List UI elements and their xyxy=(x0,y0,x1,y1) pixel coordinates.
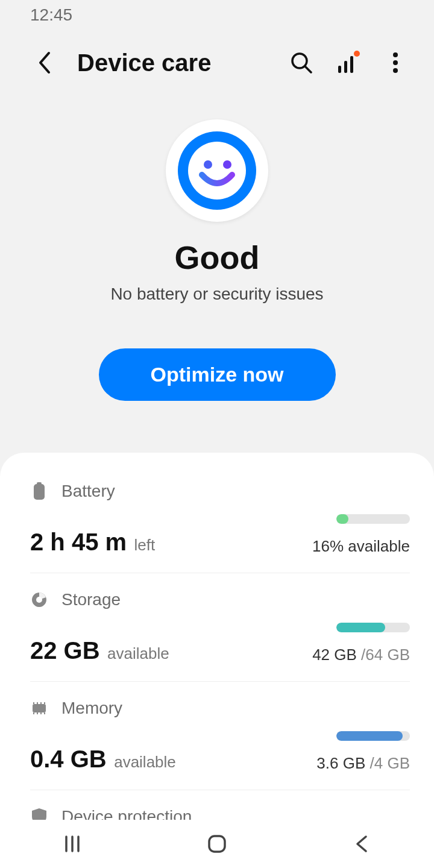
memory-label: Memory xyxy=(61,699,122,718)
svg-point-10 xyxy=(188,142,246,200)
home-icon xyxy=(206,833,228,855)
status-subtitle: No battery or security issues xyxy=(110,285,323,304)
storage-value: 22 GB available xyxy=(30,637,169,664)
status-title: Good xyxy=(175,239,260,276)
svg-point-6 xyxy=(393,52,398,57)
svg-line-1 xyxy=(305,66,311,72)
storage-label: Storage xyxy=(61,590,121,609)
details-panel: Battery 2 h 45 m left 16% available xyxy=(0,453,434,843)
svg-point-8 xyxy=(393,68,398,73)
more-icon xyxy=(393,52,398,73)
battery-meter xyxy=(336,514,410,524)
system-navbar xyxy=(0,820,434,868)
app-header: Device care xyxy=(0,30,434,83)
storage-icon xyxy=(30,591,48,609)
svg-rect-3 xyxy=(344,61,347,73)
svg-rect-2 xyxy=(338,66,341,73)
home-button[interactable] xyxy=(199,831,235,857)
recents-button[interactable] xyxy=(54,831,90,857)
svg-point-15 xyxy=(36,597,42,603)
svg-rect-4 xyxy=(350,56,353,73)
battery-icon xyxy=(30,482,48,500)
memory-meter xyxy=(336,731,410,741)
battery-meter-text: 16% available xyxy=(312,537,410,556)
back-button[interactable] xyxy=(30,48,59,77)
storage-meter-text: 42 GB /64 GB xyxy=(312,646,410,664)
memory-meter-fill xyxy=(336,731,403,741)
overflow-menu-button[interactable] xyxy=(381,48,410,77)
signal-button[interactable] xyxy=(334,48,363,77)
svg-point-12 xyxy=(223,160,231,169)
storage-meter xyxy=(336,623,410,632)
status-bar: 12:45 xyxy=(0,0,434,30)
battery-meter-fill xyxy=(336,514,348,524)
memory-meter-wrap: 3.6 GB /4 GB xyxy=(316,731,410,773)
storage-meter-fill xyxy=(336,623,385,632)
optimize-button[interactable]: Optimize now xyxy=(99,348,336,401)
status-time: 12:45 xyxy=(30,5,72,25)
search-icon xyxy=(289,51,313,75)
battery-label: Battery xyxy=(61,482,115,501)
memory-icon xyxy=(30,699,48,717)
memory-value: 0.4 GB available xyxy=(30,746,176,773)
storage-meter-wrap: 42 GB /64 GB xyxy=(312,623,410,664)
nav-back-button[interactable] xyxy=(344,831,380,857)
storage-row[interactable]: Storage 22 GB available 42 GB /64 GB xyxy=(30,573,410,682)
memory-meter-text: 3.6 GB /4 GB xyxy=(316,754,410,773)
memory-row[interactable]: Memory 0.4 GB available 3.6 GB /4 GB xyxy=(30,682,410,790)
status-smiley-icon xyxy=(166,119,268,222)
page-title: Device care xyxy=(77,49,269,77)
signal-icon xyxy=(336,50,360,75)
svg-point-5 xyxy=(354,51,360,57)
svg-point-11 xyxy=(204,160,212,169)
back-icon xyxy=(37,51,52,75)
battery-value: 2 h 45 m left xyxy=(30,529,155,556)
svg-rect-14 xyxy=(34,484,45,500)
svg-point-7 xyxy=(393,60,398,65)
battery-meter-wrap: 16% available xyxy=(312,514,410,556)
svg-rect-28 xyxy=(209,836,225,852)
nav-back-icon xyxy=(354,833,370,855)
recents-icon xyxy=(61,833,83,855)
hero-section: Good No battery or security issues Optim… xyxy=(0,83,434,401)
svg-rect-16 xyxy=(33,704,46,712)
search-button[interactable] xyxy=(287,48,316,77)
battery-row[interactable]: Battery 2 h 45 m left 16% available xyxy=(30,465,410,573)
